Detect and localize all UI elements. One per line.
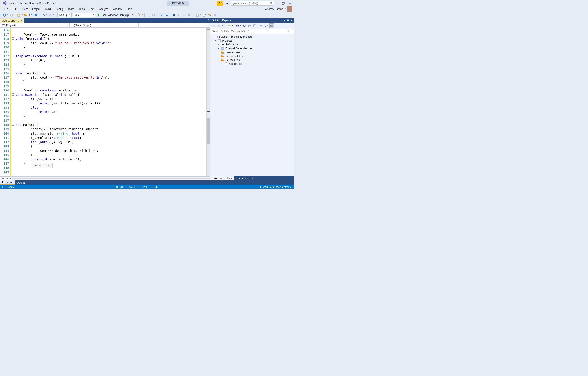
minimize-button[interactable] <box>274 1 280 6</box>
forward-button[interactable] <box>216 23 221 28</box>
preview-toggle[interactable] <box>269 23 274 28</box>
fold-toggle[interactable]: - <box>12 123 14 126</box>
bookmark-button[interactable] <box>171 13 176 17</box>
tab-team-explorer[interactable]: Team Explorer <box>234 176 255 180</box>
view-code-button[interactable]: <> <box>259 23 264 28</box>
quick-launch-input[interactable] <box>231 2 273 5</box>
nav-project-dropdown[interactable]: Project6 <box>0 23 69 27</box>
panel-menu-icon[interactable]: ▼ <box>283 19 286 22</box>
back-button[interactable] <box>211 23 216 28</box>
save-button[interactable] <box>29 13 33 17</box>
zoom-dropdown[interactable]: 100 % <box>0 177 12 180</box>
new-project-button[interactable] <box>17 13 21 17</box>
menu-file[interactable]: File <box>2 7 10 11</box>
increase-indent-button[interactable] <box>164 13 168 17</box>
menu-team[interactable]: Team <box>65 7 76 11</box>
expander-icon[interactable] <box>218 44 220 46</box>
expander-icon[interactable] <box>215 40 217 42</box>
feedback-icon[interactable] <box>224 1 230 6</box>
nav-back-button[interactable] <box>2 13 7 17</box>
new-item-button[interactable] <box>195 13 200 17</box>
menu-window[interactable]: Window <box>111 7 124 11</box>
pin-icon[interactable]: ⊟ <box>17 20 19 22</box>
menu-build[interactable]: Build <box>43 7 53 11</box>
pin-icon[interactable] <box>286 19 290 22</box>
find-button[interactable] <box>137 13 141 17</box>
save-all-button[interactable] <box>34 13 39 17</box>
menu-help[interactable]: Help <box>125 7 134 11</box>
vertical-scrollbar[interactable] <box>206 28 210 177</box>
menu-debug[interactable]: Debug <box>53 7 65 11</box>
restore-button[interactable] <box>280 1 287 6</box>
menu-view[interactable]: View <box>20 7 30 11</box>
properties-button[interactable] <box>264 23 269 28</box>
svg-rect-15 <box>147 14 149 14</box>
source-files-node[interactable]: Source Files <box>211 58 294 62</box>
redo-button[interactable] <box>48 13 53 17</box>
code-editor[interactable]: 1161171181191201211221231241251261271281… <box>0 28 210 177</box>
start-debugging-button[interactable]: Local Windows Debugger <box>96 13 134 17</box>
tab-solution-explorer[interactable]: Solution Explorer <box>210 176 234 180</box>
menu-project[interactable]: Project <box>30 7 42 11</box>
solution-tree[interactable]: Solution 'Project6' (1 project) Project6… <box>210 34 294 176</box>
tab-title: Source.cpp* <box>2 19 16 22</box>
close-button[interactable] <box>287 1 293 6</box>
source-cpp-node[interactable]: ++ Source.cpp <box>211 62 294 66</box>
code-content[interactable]: "com">// Two-phase name lookup void func… <box>15 28 206 177</box>
close-icon[interactable]: ✕ <box>21 19 22 22</box>
expander-icon[interactable] <box>221 63 224 65</box>
undo-button[interactable] <box>41 13 46 17</box>
menu-test[interactable]: Test <box>87 7 96 11</box>
add-class-button[interactable] <box>202 13 207 17</box>
fold-toggle[interactable]: - <box>12 72 14 74</box>
tab-error-list[interactable]: Error List <box>0 180 15 185</box>
source-control-button[interactable]: Add to Source Control ▲ <box>259 186 292 188</box>
resource-files-node[interactable]: Resource Files <box>211 54 294 58</box>
window-title: Project6 - Microsoft Visual Studio Previ… <box>9 2 56 5</box>
document-tab[interactable]: Source.cpp* ⊟ ✕ <box>0 18 24 23</box>
nav-forward-button[interactable] <box>9 13 14 17</box>
config-dropdown[interactable]: Debug <box>57 13 72 17</box>
menu-tools[interactable]: Tools <box>77 7 87 11</box>
svg-rect-22 <box>160 15 162 16</box>
close-icon[interactable]: ✕ <box>290 19 293 22</box>
decrease-indent-button[interactable] <box>159 13 163 17</box>
user-name[interactable]: Andrew Pardoe <box>265 8 283 11</box>
open-file-button[interactable] <box>23 13 28 17</box>
quick-launch[interactable] <box>231 1 274 6</box>
fold-toggle[interactable]: - <box>12 93 14 96</box>
expander-icon[interactable] <box>218 47 220 49</box>
solution-node[interactable]: Solution 'Project6' (1 project) <box>211 35 294 39</box>
sync-button[interactable] <box>227 23 231 28</box>
pending-changes-button[interactable] <box>235 23 240 28</box>
external-deps-node[interactable]: External Dependencies <box>211 46 294 50</box>
constexpr-tooltip: const int x = 120 <box>31 163 53 168</box>
home-button[interactable] <box>221 23 226 28</box>
menu-edit[interactable]: Edit <box>10 7 19 11</box>
nav-member-dropdown[interactable] <box>139 23 208 27</box>
split-handle[interactable] <box>207 28 210 30</box>
expander-icon[interactable] <box>218 59 220 61</box>
se-search[interactable] <box>210 29 294 34</box>
class-view-button[interactable] <box>207 13 212 17</box>
chevron-down-icon[interactable]: ▼ <box>284 8 286 10</box>
nav-scope-dropdown[interactable]: (Global Scope) <box>69 23 139 27</box>
se-search-input[interactable] <box>210 29 294 34</box>
fold-toggle[interactable]: - <box>12 141 14 143</box>
fold-toggle[interactable]: - <box>12 55 14 57</box>
fold-toggle[interactable]: - <box>12 37 14 40</box>
show-all-files-button[interactable] <box>252 23 257 28</box>
tab-output[interactable]: Output <box>15 181 27 185</box>
horizontal-scrollbar[interactable] <box>12 178 210 179</box>
collapse-all-button[interactable] <box>247 23 252 28</box>
references-node[interactable]: References <box>211 43 294 46</box>
platform-dropdown[interactable]: x86 <box>73 13 95 17</box>
scroll-thumb[interactable] <box>207 118 210 144</box>
project-node[interactable]: Project6 <box>211 39 294 43</box>
avatar[interactable] <box>287 6 292 12</box>
notifications-flag-icon[interactable] <box>217 1 223 6</box>
header-files-node[interactable]: Header Files <box>211 50 294 54</box>
menu-analyze[interactable]: Analyze <box>97 7 110 11</box>
refresh-button[interactable] <box>242 23 247 28</box>
tab-overflow-icon[interactable]: ▼ <box>207 19 209 21</box>
